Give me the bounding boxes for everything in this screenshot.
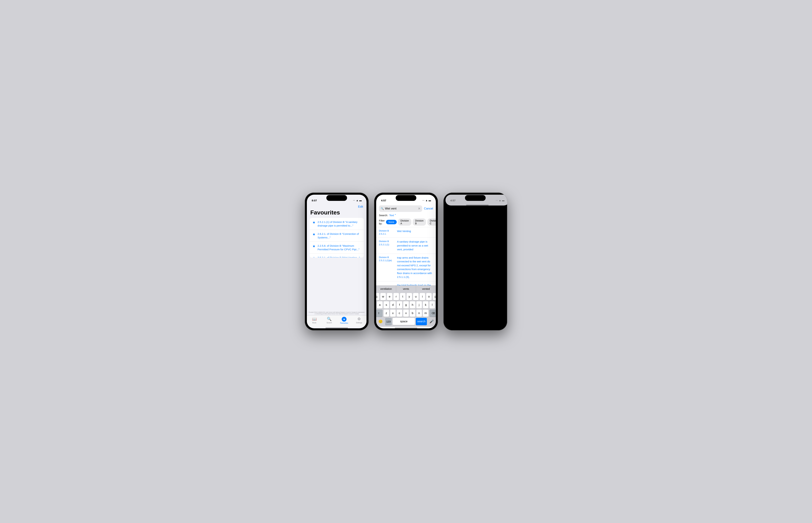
status-icons-1: ··· ▲ ▬: [353, 199, 362, 202]
key-backspace[interactable]: ⌫: [429, 310, 436, 317]
tab-search-label: Search: [327, 322, 332, 324]
filter-chip-none[interactable]: None: [386, 220, 397, 224]
key-mic[interactable]: 🎤: [428, 318, 435, 325]
result-row-3[interactable]: the total hydraulic load on the wet vent…: [376, 281, 436, 286]
key-b[interactable]: b: [410, 310, 415, 317]
key-row-3: ⇧ z x c v b n m ⌫: [377, 310, 435, 317]
key-z[interactable]: z: [384, 310, 389, 317]
key-k[interactable]: k: [423, 301, 428, 308]
favourites-content: Edit Favourites ★ 2.5.2.1.(1) of Divisio…: [307, 204, 366, 257]
edit-button[interactable]: Edit: [358, 205, 363, 209]
result-text-0: Wet Venting: [397, 229, 433, 235]
key-row-4: 🙂 123 space search 🎤: [377, 318, 435, 325]
book-icon: 📖: [312, 317, 317, 321]
key-t[interactable]: t: [400, 293, 405, 300]
result-text-1: A sanitary drainage pipe is permitted to…: [397, 240, 433, 252]
fav-item-3[interactable]: ★ 2.5.2.1. of Division B "Wet Venting...…: [310, 254, 364, 257]
fav-item-2[interactable]: ★ 2.2.5.8. of Division B "Maximum Permit…: [310, 242, 364, 254]
time-2: 4:57: [381, 199, 386, 202]
result-row-0[interactable]: Division B 2.5.2.1. Wet Venting: [376, 227, 436, 238]
dynamic-island-2: [396, 195, 416, 201]
key-s[interactable]: s: [384, 301, 389, 308]
key-o[interactable]: o: [426, 293, 432, 300]
key-x[interactable]: x: [390, 310, 396, 317]
key-j[interactable]: j: [416, 301, 422, 308]
key-h[interactable]: h: [410, 301, 415, 308]
key-d[interactable]: d: [390, 301, 396, 308]
autocomplete-vented[interactable]: vented: [416, 286, 436, 292]
tab-settings-label: Settings: [356, 322, 362, 324]
result-row-2[interactable]: Division B 2.5.2.1.(1)(e) trap arms and …: [376, 254, 436, 281]
search-glass-icon: 🔍: [381, 207, 384, 210]
search-bar-row: 🔍 Wet vent ✕ Cancel: [376, 204, 436, 213]
key-w[interactable]: w: [380, 293, 386, 300]
chevron-icon: ⌃: [394, 214, 397, 217]
wifi-icon-2: ▲: [425, 199, 428, 202]
signal-icon-1: ···: [353, 199, 355, 201]
battery-icon-1: ▬: [359, 199, 362, 202]
wifi-icon-1: ▲: [356, 199, 359, 202]
tab-book[interactable]: 📖 Book: [307, 317, 322, 324]
result-section-2: Division B 2.5.2.1.(1)(e): [379, 256, 395, 279]
key-c[interactable]: c: [397, 310, 402, 317]
result-row-1[interactable]: Division B 2.5.2.1.(1) A sanitary draina…: [376, 238, 436, 254]
key-l[interactable]: l: [429, 301, 435, 308]
key-r[interactable]: r: [393, 293, 399, 300]
fav-text-1: 2.6.2.1. of Division B "Connection of Sy…: [317, 232, 361, 239]
key-space[interactable]: space: [393, 318, 415, 325]
battery-icon-2: ▬: [429, 199, 431, 202]
fav-text-0: 2.5.2.1.(1) of Division B "A sanitary dr…: [317, 220, 361, 228]
status-icons-3: ··· ▲ ▬: [496, 199, 504, 202]
key-y[interactable]: y: [407, 293, 412, 300]
tab-book-label: Book: [312, 322, 316, 324]
home-indicator-2: [395, 327, 417, 328]
search-filter-row: Search: Text ⌃: [376, 213, 436, 218]
key-f[interactable]: f: [397, 301, 402, 308]
time-1: 8:07: [312, 199, 317, 202]
filter-chip-b[interactable]: Division B: [413, 218, 426, 226]
key-e[interactable]: e: [387, 293, 392, 300]
search-input[interactable]: Wet vent: [385, 207, 417, 210]
status-icons-2: ··· ▲ ▬: [422, 199, 431, 202]
filter-chip-a[interactable]: Division A: [398, 218, 411, 226]
edit-row: Edit: [307, 204, 366, 209]
key-i[interactable]: i: [420, 293, 425, 300]
key-emoji[interactable]: 🙂: [377, 318, 384, 325]
fav-item-1[interactable]: ★ 2.6.2.1. of Division B "Connection of …: [310, 230, 364, 242]
key-shift[interactable]: ⇧: [376, 310, 383, 317]
result-section-0: Division B 2.5.2.1.: [379, 229, 395, 235]
filter-chip-c[interactable]: Division C: [427, 218, 436, 226]
clear-button[interactable]: ✕: [418, 207, 420, 211]
star-icon-1: ★: [312, 232, 315, 236]
star-icon-2: ★: [312, 244, 315, 248]
tab-settings[interactable]: ⚙ Settings: [352, 317, 367, 324]
fav-item-0[interactable]: ★ 2.5.2.1.(1) of Division B "A sanitary …: [310, 218, 364, 230]
key-row-1: q w e r t y u i o p: [377, 293, 435, 300]
key-u[interactable]: u: [413, 293, 419, 300]
key-123[interactable]: 123: [385, 318, 392, 325]
search-icon-tab: 🔍: [327, 317, 331, 321]
autocomplete-ventilation[interactable]: ventilation: [376, 286, 396, 292]
key-m[interactable]: m: [423, 310, 428, 317]
filter-by-row: Filter by: None Division A Division B Di…: [376, 218, 436, 227]
key-g[interactable]: g: [403, 301, 409, 308]
key-q[interactable]: q: [376, 293, 379, 300]
key-v[interactable]: v: [403, 310, 409, 317]
key-n[interactable]: n: [416, 310, 422, 317]
phone-2: 4:57 ··· ▲ ▬ 🔍 Wet vent ✕ Cancel Search:…: [374, 193, 438, 330]
key-p[interactable]: p: [433, 293, 436, 300]
wifi-icon-3: ▲: [499, 199, 501, 202]
star-icon-3: ★: [312, 256, 315, 257]
text-filter[interactable]: Text ⌃: [389, 214, 397, 217]
key-a[interactable]: a: [377, 301, 383, 308]
result-section-1: Division B 2.5.2.1.(1): [379, 240, 395, 252]
autocomplete-vents[interactable]: vents: [396, 286, 416, 292]
fav-text-3: 2.5.2.1. of Division B "Wet Venting...": [317, 256, 360, 257]
signal-icon-2: ···: [422, 199, 425, 201]
tab-search[interactable]: 🔍 Search: [322, 317, 337, 324]
key-search[interactable]: search: [416, 318, 427, 325]
tab-favourites[interactable]: ★ Favourites: [337, 317, 352, 324]
cancel-button[interactable]: Cancel: [424, 207, 433, 210]
phone-3: 4:57 ··· ▲ ▬ 2) A water treatment device…: [444, 193, 507, 330]
search-input-wrap[interactable]: 🔍 Wet vent ✕: [379, 205, 422, 212]
